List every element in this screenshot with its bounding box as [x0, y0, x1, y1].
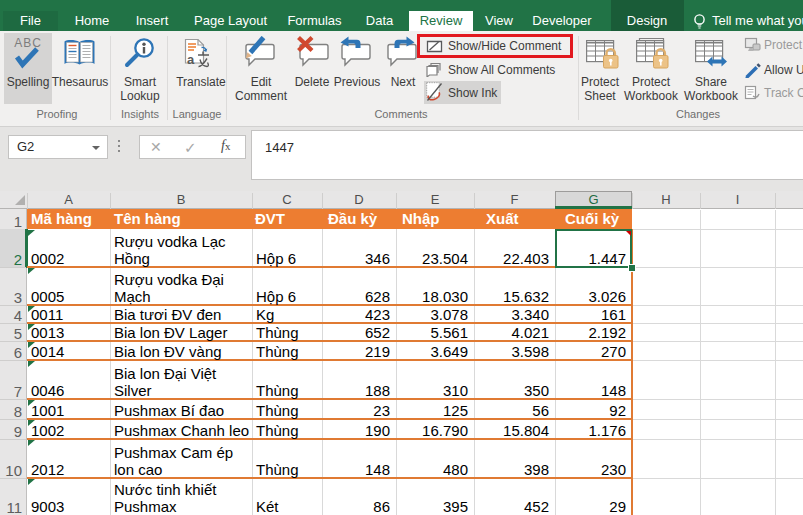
svg-text:a: a	[187, 52, 195, 67]
